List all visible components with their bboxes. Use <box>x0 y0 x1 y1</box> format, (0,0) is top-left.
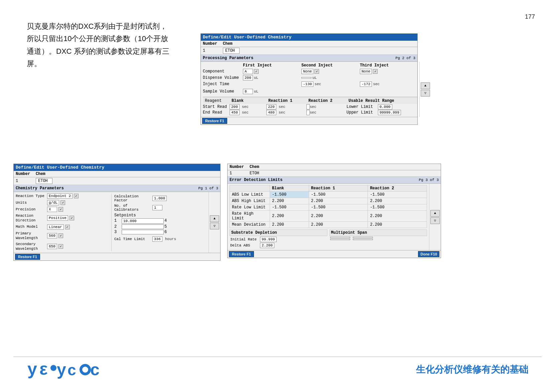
units-check[interactable]: ✓ <box>60 200 65 205</box>
end-rxn1-val[interactable]: 480 <box>266 110 276 115</box>
inject-time-row: Inject Time -130 sec -172 sec <box>203 81 417 87</box>
secondary-wavelength-check[interactable]: ✓ <box>58 244 63 249</box>
component-val3-group: None ✓ <box>360 69 410 74</box>
inject-time-unit3: sec <box>373 82 380 86</box>
restore-f1-btn[interactable]: Restore F1 <box>202 118 227 124</box>
primary-wavelength-val[interactable]: 560 <box>47 233 57 238</box>
start-rxn2-val[interactable] <box>306 104 310 110</box>
svg-point-5 <box>81 365 90 374</box>
top-right-nav-buttons <box>419 62 431 117</box>
mean-dev-rxn1[interactable]: 2.200 <box>309 222 368 228</box>
component-check1[interactable]: ✓ <box>254 69 259 74</box>
precision-val[interactable]: X <box>47 207 57 212</box>
sp-row1-val[interactable]: 10.000 <box>122 218 164 224</box>
cal-time-val[interactable]: 336 <box>152 236 162 242</box>
component-check2[interactable]: ✓ <box>314 69 319 74</box>
primary-wavelength-check[interactable]: ✓ <box>58 233 63 238</box>
inject-time-val3[interactable]: -172 <box>360 81 372 87</box>
bl-nav-up-btn[interactable] <box>210 215 219 222</box>
dispense-val1[interactable]: 200 <box>243 75 253 80</box>
rate-high-label: Rate High Limit <box>230 211 270 222</box>
multipoint-val4[interactable] <box>353 239 373 240</box>
bl-nav-down-btn[interactable] <box>210 223 219 229</box>
component-check3[interactable]: ✓ <box>373 69 378 74</box>
top-right-col-headers: Number Chem <box>201 41 417 47</box>
start-read-label: Start Read <box>203 105 230 109</box>
nav-down-btn[interactable] <box>421 90 430 96</box>
sample-volume-val[interactable]: 8 <box>243 89 253 94</box>
units-val[interactable]: g/dL <box>47 200 59 205</box>
br-col-number-label: Number <box>230 165 250 169</box>
rate-low-blank[interactable]: -1.500 <box>270 204 309 211</box>
num-cal-val[interactable]: 1 <box>152 205 162 210</box>
reaction-type-val[interactable]: Endpoint 2 <box>47 193 73 199</box>
sp-row3-val[interactable] <box>122 230 164 234</box>
third-inject-label: Third Inject <box>360 63 410 68</box>
abs-low-rxn2[interactable]: -1.500 <box>368 192 427 198</box>
component-label: Component <box>203 69 243 74</box>
calc-factor-label: Calculation Factor <box>114 194 151 202</box>
reaction-type-label: Reaction Type <box>16 194 46 198</box>
setpoints-label: Setpoints <box>114 213 136 218</box>
start-blank-val[interactable]: 200 <box>230 104 240 110</box>
initial-rate-val[interactable]: 99.999 <box>260 237 277 242</box>
abs-high-rxn2[interactable]: 2.200 <box>368 198 427 204</box>
end-rxn2-val[interactable] <box>306 110 310 115</box>
mean-dev-blank[interactable]: 2.200 <box>270 222 309 228</box>
dispense-val2[interactable] <box>301 77 311 78</box>
component-val2[interactable]: None <box>301 69 313 74</box>
abs-high-blank[interactable]: 2.200 <box>270 198 309 204</box>
math-model-check[interactable]: ✓ <box>65 225 70 229</box>
reaction-direction-val[interactable]: Positive <box>47 215 68 221</box>
sp-row1-num: 1 <box>114 218 121 224</box>
rate-low-rxn1[interactable]: -1.500 <box>309 204 368 211</box>
rate-high-rxn1[interactable]: 2.200 <box>309 211 368 222</box>
bottom-right-panel: Number Chem 1 ETOH Error Detection Limit… <box>227 164 441 258</box>
lower-limit-val[interactable]: 0.000 <box>378 104 392 110</box>
end-rxn2-group: sec <box>306 110 346 115</box>
done-f10-btn[interactable]: Done F10 <box>418 251 439 257</box>
end-blank-val[interactable]: 450 <box>230 110 240 115</box>
reaction-direction-row: Reaction Direction Positive ✓ <box>16 213 108 223</box>
num-cal-label: No. of Calibrators <box>114 204 151 212</box>
multipoint-val1[interactable] <box>330 237 350 238</box>
multipoint-header: Multipoint Span <box>329 229 427 236</box>
start-rxn1-val[interactable]: 220 <box>266 104 276 110</box>
rate-high-rxn2[interactable]: 2.200 <box>368 211 427 222</box>
error-inner: Blank Reaction 1 Reaction 2 ABS Low Limi… <box>228 184 429 250</box>
multipoint-val2[interactable] <box>353 237 373 238</box>
nav-up-btn[interactable] <box>421 82 430 89</box>
rate-high-blank[interactable]: 2.200 <box>270 211 309 222</box>
row-chem: ETOH <box>223 48 273 54</box>
end-read-row: End Read 450 sec 480 sec sec Upper Limit… <box>203 110 417 115</box>
mean-dev-rxn2[interactable]: 2.200 <box>368 222 427 228</box>
intro-text: 贝克曼库尔特的DXC系列由于是封闭试剂， 所以只留出10个公开的测试参数（10个… <box>27 20 180 70</box>
multipoint-val3[interactable] <box>330 239 350 240</box>
delta-abs-val[interactable]: 2.200 <box>260 243 274 248</box>
sp-row2-val[interactable] <box>122 224 164 229</box>
abs-low-rxn1[interactable]: -1.500 <box>309 192 368 198</box>
precision-check[interactable]: ✓ <box>58 207 63 212</box>
math-model-val[interactable]: Linear <box>47 224 64 230</box>
svg-point-2 <box>50 365 56 371</box>
upper-limit-val[interactable]: 99999.999 <box>378 110 401 115</box>
upper-limit-group: Upper Limit 99999.999 <box>346 110 413 115</box>
calc-factor-val[interactable]: 1.000 <box>152 196 167 201</box>
br-nav-up-btn[interactable] <box>430 210 440 217</box>
br-nav-down-btn[interactable] <box>430 217 440 224</box>
bl-restore-f1-btn[interactable]: Restore F1 <box>15 254 40 260</box>
abs-low-blank[interactable]: -1.500 <box>270 192 309 198</box>
multipoint-col: Multipoint Span <box>329 229 427 249</box>
reaction-type-check[interactable]: ✓ <box>74 194 79 198</box>
secondary-wavelength-val[interactable]: 650 <box>47 244 57 249</box>
inject-time-val2[interactable]: -130 <box>301 81 313 87</box>
component-val1[interactable]: A <box>243 69 253 74</box>
abs-high-rxn1[interactable]: 2.200 <box>309 198 368 204</box>
br-restore-f1-btn[interactable]: Restore F1 <box>229 251 254 257</box>
reaction-direction-check[interactable]: ✓ <box>70 216 74 220</box>
bl-col-chem-label: Chem <box>36 172 86 176</box>
upper-limit-label: Upper Limit <box>346 110 373 115</box>
br-row-number: 1 <box>230 171 250 176</box>
component-val3[interactable]: None <box>360 69 372 74</box>
rate-low-rxn2[interactable]: -1.500 <box>368 204 427 211</box>
